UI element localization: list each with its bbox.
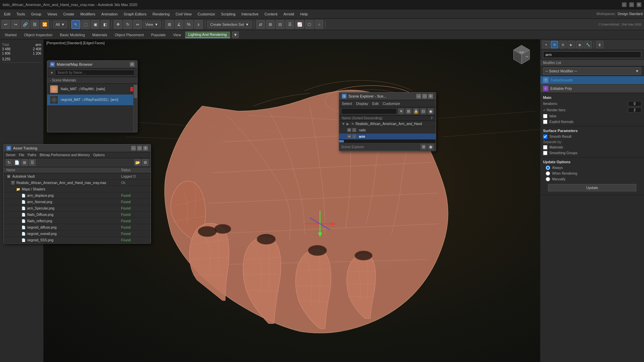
at-item-nails-diffuse[interactable]: 📄 Nails_Diffuse.png Found — [4, 212, 151, 218]
percent-snap[interactable]: % — [184, 20, 193, 29]
se-restore[interactable]: □ — [422, 94, 427, 99]
se-menu-edit[interactable]: Edit — [372, 101, 379, 106]
materials-checkbox[interactable] — [543, 145, 547, 149]
at-menu-file[interactable]: File — [19, 153, 24, 157]
mat-item-nails[interactable]: Nails_MAT（VRayMtl）[nails] — [47, 84, 137, 95]
menu-group[interactable]: Group — [29, 11, 44, 17]
at-path-btn1[interactable]: 📂 — [134, 159, 141, 166]
menu-tools[interactable]: Tools — [14, 11, 28, 17]
se-footer-btn2[interactable]: ◉ — [428, 144, 434, 150]
mat-browser-scrollbar-thumb[interactable] — [134, 85, 137, 98]
se-menu-display[interactable]: Display — [356, 101, 368, 106]
menu-edit[interactable]: Edit — [1, 11, 13, 17]
se-menu-customize[interactable]: Customize — [383, 101, 400, 106]
asset-tracking-close[interactable]: ✕ — [143, 146, 148, 150]
se-nails-vis-btn[interactable]: 👁 — [347, 128, 351, 132]
smoothing-groups-checkbox[interactable] — [543, 151, 547, 155]
menu-interactive[interactable]: Interactive — [239, 11, 261, 17]
menu-modifiers[interactable]: Modifiers — [77, 11, 98, 17]
select-window-tool[interactable]: ▣ — [91, 20, 100, 29]
navigation-gizmo[interactable]: TOP FR — [510, 43, 533, 66]
at-menu-paths[interactable]: Paths — [28, 153, 37, 157]
at-path-btn2[interactable]: ⚙ — [142, 159, 149, 166]
delete-icon[interactable]: 🗑 — [596, 41, 603, 48]
at-menu-options[interactable]: Options — [93, 153, 105, 157]
modifier-turbosmoooth[interactable]: T TurboSmooth — [540, 76, 644, 84]
tab-materials[interactable]: Materials — [89, 32, 111, 38]
se-item-arm[interactable]: 👁 □ arm — [339, 133, 436, 140]
motion-icon[interactable]: ▶ — [568, 41, 575, 48]
mat-browser-search-input[interactable] — [55, 70, 135, 75]
explicit-normals-checkbox[interactable] — [543, 120, 547, 124]
tab-view[interactable]: View — [170, 32, 184, 38]
when-rendering-radio[interactable] — [546, 171, 550, 176]
tab-object-inspection[interactable]: Object Inspection — [20, 32, 56, 38]
se-item-nails[interactable]: 👁 □ nails — [339, 127, 436, 133]
mat-browser-scrollbar[interactable] — [133, 84, 137, 132]
select-tool[interactable]: ↖ — [71, 20, 80, 29]
menu-arnold[interactable]: Arnold — [281, 11, 297, 17]
schematic-view[interactable]: ⬡ — [305, 20, 314, 29]
at-toolbar-btn1[interactable]: ↻ — [6, 159, 12, 166]
array-tool[interactable]: ⊞ — [266, 20, 275, 29]
tab-lighting-rendering[interactable]: Lighting And Rendering — [185, 32, 230, 38]
at-item-scene[interactable]: 🎬 Realistic_African_American_Arm_and_Han… — [4, 180, 151, 186]
redo-button[interactable]: ↪ — [11, 20, 20, 29]
menu-help[interactable]: Help — [298, 11, 311, 17]
move-tool[interactable]: ✥ — [114, 20, 122, 29]
at-item-negroid-overall[interactable]: 📄 negroid_overall.png Found — [4, 231, 151, 237]
at-toolbar-btn3[interactable]: ⊞ — [21, 159, 28, 166]
scene-materials-header[interactable]: - Scene Materials — [47, 77, 137, 84]
smooth-result-checkbox[interactable] — [543, 134, 547, 139]
mat-browser-close[interactable]: ✕ — [130, 62, 135, 67]
layer-mgr[interactable]: ☰ — [285, 20, 294, 29]
utilities-icon[interactable]: 🔧 — [584, 41, 592, 48]
viewport-options[interactable]: ▼ — [232, 32, 239, 38]
at-item-negroid-sss[interactable]: 📄 negroid_SSS.png Found — [4, 237, 151, 243]
object-name-input[interactable] — [543, 51, 641, 58]
scale-tool[interactable]: ⇔ — [133, 20, 142, 29]
se-sort-icon[interactable]: F — [431, 116, 433, 120]
at-menu-server[interactable]: Server — [6, 153, 15, 157]
at-menu-bitmap[interactable]: Bitmap Performance and Memory — [40, 153, 90, 157]
curve-editor[interactable]: 📈 — [295, 20, 304, 29]
se-nails-cam-btn[interactable]: □ — [352, 128, 356, 132]
view-dropdown[interactable]: View ▼ — [143, 21, 161, 28]
tab-basic-modeling[interactable]: Basic Modeling — [56, 32, 88, 38]
iterations-input[interactable] — [628, 101, 641, 106]
create-selection-set-button[interactable]: Create Selection Set ▼ — [207, 21, 252, 28]
menu-scripting[interactable]: Scripting — [218, 11, 238, 17]
material-editor[interactable]: ○ — [315, 20, 323, 29]
modifier-dropdown[interactable]: ─ Select Modifier ─ ▼ — [543, 67, 641, 75]
menu-graph-editors[interactable]: Graph Editors — [121, 11, 149, 17]
modify-icon[interactable]: ⚙ — [551, 41, 558, 48]
at-item-nails-reflect[interactable]: 📄 Nails_reflect.png Found — [4, 218, 151, 224]
undo-button[interactable]: ↩ — [1, 20, 10, 29]
tab-started[interactable]: Started — [1, 32, 20, 38]
close-button[interactable]: ✕ — [637, 2, 641, 7]
asset-tracking-restore[interactable]: □ — [137, 146, 142, 150]
menu-customize[interactable]: Customize — [195, 11, 218, 17]
se-filter-icon2[interactable]: 🔒 — [413, 108, 419, 114]
se-filter-icon3[interactable]: ⊟ — [420, 108, 426, 114]
link-button[interactable]: 🔗 — [21, 20, 30, 29]
se-minimize[interactable]: ─ — [416, 94, 421, 99]
filter-dropdown[interactable]: All ▼ — [53, 21, 67, 28]
tab-object-placement[interactable]: Object Placement — [111, 32, 147, 38]
bind-button[interactable]: 🔀 — [40, 20, 49, 29]
select-region-tool[interactable]: ⬚ — [81, 20, 90, 29]
minimize-button[interactable]: ─ — [622, 2, 627, 7]
select-crossing-tool[interactable]: ◧ — [101, 20, 109, 29]
se-arm-vis-btn[interactable]: 👁 — [347, 134, 351, 138]
at-item-negroid-diffuse[interactable]: 📄 negroid_diffuse.png Found — [4, 224, 151, 231]
align-tool[interactable]: ⊟ — [276, 20, 284, 29]
menu-create[interactable]: Create — [60, 11, 77, 17]
se-item-scene-root[interactable]: ▼ ▶ 👁 Realistic_African_American_Arm_and… — [339, 121, 436, 127]
display-icon[interactable]: ◉ — [576, 41, 583, 48]
menu-animation[interactable]: Animation — [99, 11, 120, 17]
snap-toggle[interactable]: ⊞ — [165, 20, 174, 29]
se-arm-cam-btn[interactable]: □ — [352, 134, 356, 138]
se-footer-btn1[interactable]: ⊞ — [421, 144, 427, 150]
rotate-tool[interactable]: ↻ — [123, 20, 132, 29]
modifier-editable-poly[interactable]: E Editable Poly — [540, 84, 644, 93]
